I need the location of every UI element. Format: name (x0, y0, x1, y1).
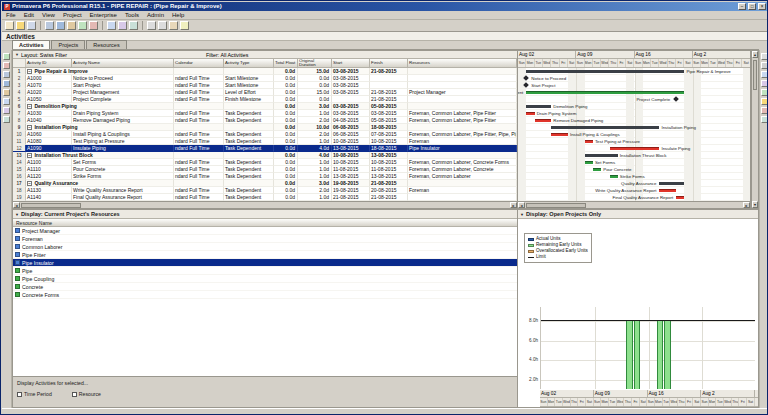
summary-bar[interactable] (659, 182, 684, 185)
layout-options-bar[interactable]: ▼ Layout: Swiss Filter Filter: All Activ… (13, 51, 517, 59)
timeline-day[interactable]: Fri (686, 398, 694, 406)
delete-icon[interactable] (89, 21, 98, 30)
table-view-icon[interactable] (761, 116, 768, 123)
gantt-horizontal-scrollbar[interactable]: ◄ ► (518, 201, 750, 208)
trace-logic-icon[interactable] (761, 107, 768, 114)
activity-row[interactable]: 9− Installation Piping0.0d10.0d06-08-201… (13, 124, 517, 131)
minimize-button[interactable]: – (738, 3, 746, 10)
activity-row[interactable]: 19A1140Final Quality Assurance Reportnda… (13, 194, 517, 201)
menu-enterprise[interactable]: Enterprise (86, 11, 121, 20)
timeline-day[interactable]: Sat (693, 398, 701, 406)
gantt-timescale-days[interactable]: SunMonTueWedThuFriSatSunMonTueWedThuFriS… (518, 59, 750, 68)
activity-row[interactable]: 2A1000Notice to Proceedndard Full TimeSt… (13, 75, 517, 82)
timeline-day[interactable]: Mon (601, 398, 609, 406)
resource-usage-icon[interactable] (761, 98, 768, 105)
display-dropdown-icon[interactable]: ▼ (520, 210, 524, 219)
timeline-day[interactable]: Sat (568, 59, 576, 67)
timeline-day[interactable]: Sun (647, 398, 655, 406)
usage-bar[interactable] (634, 320, 641, 389)
print-icon[interactable] (27, 21, 36, 30)
timeline-day[interactable]: Mon (701, 59, 709, 67)
timeline-day[interactable]: Sun (540, 398, 548, 406)
task-bar[interactable] (585, 140, 593, 143)
activity-row[interactable]: 6− Demolition Piping0.0d3.0d03-08-201505… (13, 103, 517, 110)
timeline-day[interactable]: Mon (643, 59, 651, 67)
timeline-day[interactable]: Mon (585, 59, 593, 67)
activity-row[interactable]: 16A1120Strike Formsndard Full TimeTask D… (13, 173, 517, 180)
timeline-day[interactable]: Fri (560, 59, 568, 67)
collapse-icon[interactable]: − (27, 153, 32, 158)
column-header-activity-type[interactable]: Activity Type (224, 59, 274, 67)
timeline-day[interactable]: Mon (526, 59, 534, 67)
activity-row[interactable]: 13− Installation Thrust Block0.0d4.0d10-… (13, 152, 517, 159)
add-icon[interactable] (78, 21, 87, 30)
task-bar[interactable] (535, 119, 552, 122)
task-bar[interactable] (526, 112, 534, 115)
usage-bar[interactable] (657, 320, 664, 389)
summary-bar[interactable] (585, 154, 618, 157)
timeline-day[interactable]: Tue (709, 59, 717, 67)
gantt-vertical-scrollbar[interactable]: ▲ ▼ (751, 50, 759, 209)
schedule-icon[interactable] (107, 21, 116, 30)
column-header-original-duration[interactable]: Original Duration (298, 59, 332, 67)
activity-row[interactable]: 15A1110Pour Concretendard Full TimeTask … (13, 166, 517, 173)
timeline-day[interactable]: Thu (571, 398, 579, 406)
timeline-day[interactable]: Wed (601, 59, 609, 67)
summary-bar[interactable] (526, 70, 684, 73)
column-header-row-number[interactable] (13, 59, 26, 67)
task-bar[interactable] (610, 147, 660, 150)
timescale-icon[interactable] (169, 21, 178, 30)
copy-row-icon[interactable] (3, 80, 10, 87)
menu-admin[interactable]: Admin (143, 11, 168, 20)
timeline-day[interactable]: Wed (724, 398, 732, 406)
menu-project[interactable]: Project (59, 11, 86, 20)
timeline-day[interactable]: Thu (624, 398, 632, 406)
column-header-activity-id[interactable]: Activity ID (26, 59, 72, 67)
timeline-day[interactable]: Sat (626, 59, 634, 67)
timeline-day[interactable]: Fri (676, 59, 684, 67)
resource-row[interactable]: Pipe (13, 267, 517, 275)
column-header-finish[interactable]: Finish (370, 59, 408, 67)
column-header-activity-name[interactable]: Activity Name (72, 59, 174, 67)
timeline-week[interactable]: Aug 2 (693, 51, 750, 58)
timeline-day[interactable]: Fri (632, 398, 640, 406)
timeline-day[interactable]: Sun (634, 59, 642, 67)
timeline-day[interactable]: Tue (663, 398, 671, 406)
timeline-day[interactable]: Wed (718, 59, 726, 67)
collapse-icon[interactable]: − (27, 181, 32, 186)
cut-row-icon[interactable] (3, 71, 10, 78)
timeline-day[interactable]: Sun (594, 398, 602, 406)
copy-icon[interactable] (56, 21, 65, 30)
activity-row[interactable]: 5A1050Project Completendard Full TimeFin… (13, 96, 517, 103)
paste-icon[interactable] (67, 21, 76, 30)
scrollbar-thumb[interactable] (526, 203, 586, 208)
display-dropdown-icon[interactable]: ▼ (15, 210, 19, 219)
timeline-week[interactable]: Aug 2 (701, 390, 755, 397)
scroll-up-icon[interactable]: ▲ (752, 51, 758, 58)
resource-row[interactable]: Concrete Forms (13, 291, 517, 299)
scroll-right-icon[interactable]: ► (743, 202, 750, 208)
usage-bar[interactable] (626, 320, 633, 389)
scrollbar-thumb[interactable] (753, 60, 757, 90)
activity-row[interactable]: 8A1040Remove Damaged Pipingndard Full Ti… (13, 117, 517, 124)
add-activity-icon[interactable] (3, 53, 10, 60)
close-button[interactable]: × (758, 3, 766, 10)
timeline-day[interactable]: Tue (609, 398, 617, 406)
timeline-week[interactable]: Aug 16 (648, 390, 702, 397)
scrollbar-thumb[interactable] (21, 203, 81, 208)
checkbox-resource[interactable]: Resource (72, 391, 101, 397)
gantt-timescale-weeks[interactable]: Aug 02Aug 09Aug 16Aug 2 (518, 51, 750, 59)
timeline-day[interactable]: Tue (555, 398, 563, 406)
timeline-day[interactable]: Thu (551, 59, 559, 67)
summary-bar[interactable] (551, 126, 659, 129)
histogram-timescale-days[interactable]: SunMonTueWedThuFriSatSunMonTueWedThuFriS… (540, 398, 758, 407)
activity-details-icon[interactable] (3, 116, 10, 123)
timeline-week[interactable]: Aug 09 (576, 51, 634, 58)
assign-resource-icon[interactable] (3, 98, 10, 105)
resource-name-column-header[interactable]: Resource Name (13, 219, 517, 227)
checkbox-time-period[interactable]: Time Period (17, 391, 52, 397)
milestone-marker[interactable] (673, 96, 679, 102)
timeline-day[interactable]: Mon (709, 398, 717, 406)
summary-bar[interactable] (526, 105, 551, 108)
milestone-marker[interactable] (523, 82, 529, 88)
